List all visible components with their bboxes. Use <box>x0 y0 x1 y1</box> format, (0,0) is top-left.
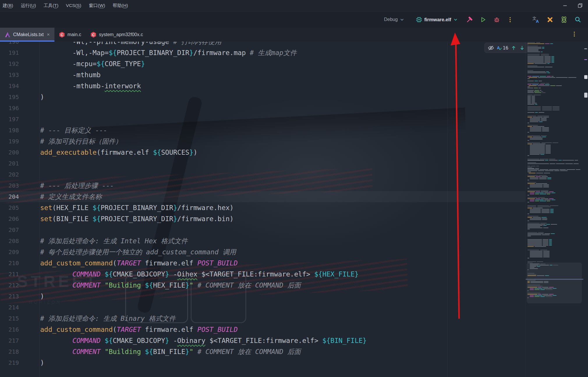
code-line[interactable]: set(HEX_FILE ${PROJECT_BINARY_DIR}/firmw… <box>40 202 525 213</box>
tab-main-c[interactable]: Cmain.c <box>54 28 86 42</box>
menu-item[interactable]: 工具(T) <box>40 0 62 11</box>
debug-button[interactable] <box>492 15 502 24</box>
code-line[interactable]: # 添加可执行目标（固件） <box>40 136 525 147</box>
code-line[interactable]: -Wl,-Map=${PROJECT_BINARY_DIR}/firmware.… <box>40 47 525 58</box>
code-line[interactable] <box>40 103 525 114</box>
arrow-down-icon <box>519 45 525 51</box>
menu-item[interactable]: 窗口(W) <box>85 0 109 11</box>
line-number[interactable]: 200 <box>0 147 39 158</box>
line-number[interactable]: 210 <box>0 258 39 269</box>
translate-button[interactable]: 文A <box>531 15 541 24</box>
code-line[interactable]: add_custom_command(TARGET firmware.elf P… <box>40 324 525 335</box>
hide-highlights-button[interactable] <box>488 45 494 51</box>
error-stripe[interactable] <box>583 42 588 377</box>
code-line[interactable]: add_executable(firmware.elf ${SOURCES}) <box>40 147 525 158</box>
tab-options-button[interactable] <box>569 31 579 38</box>
code-line[interactable]: COMMENT "Building ${BIN_FILE}" # COMMENT… <box>40 346 525 357</box>
code-line[interactable] <box>40 224 525 235</box>
code-line[interactable]: # 定义生成文件名称 <box>40 191 525 202</box>
line-number[interactable]: 194 <box>0 80 39 91</box>
line-number[interactable]: 207 <box>0 224 39 235</box>
line-number[interactable]: 193 <box>0 69 39 80</box>
minimap-line <box>527 106 541 107</box>
code-line[interactable]: # --- 后处理步骤 --- <box>40 180 525 191</box>
minimap[interactable] <box>525 42 583 377</box>
line-number[interactable]: 196 <box>0 103 39 114</box>
line-number[interactable]: 217 <box>0 335 39 346</box>
tab-close-icon[interactable]: × <box>47 32 50 38</box>
run-button[interactable] <box>478 15 488 24</box>
line-number[interactable]: 211 <box>0 269 39 280</box>
code-line[interactable]: COMMENT "Building ${HEX_FILE}" # COMMENT… <box>40 280 525 291</box>
code-line[interactable]: add_custom_command(TARGET firmware.elf P… <box>40 258 525 269</box>
line-number[interactable]: 208 <box>0 235 39 246</box>
code-line[interactable]: COMMAND ${CMAKE_OBJCOPY} -Obinary $<TARG… <box>40 335 525 346</box>
code-line[interactable]: -mthumb-interwork <box>40 80 525 91</box>
code-line[interactable]: -Wl,--print-memory-usage # 打印内存使用 <box>40 42 525 47</box>
code-line[interactable]: COMMAND ${CMAKE_OBJCOPY} -Oihex $<TARGET… <box>40 269 525 280</box>
previous-occurrence-button[interactable] <box>511 45 517 51</box>
line-number[interactable]: 214 <box>0 302 39 313</box>
run-config-selector[interactable]: Debug <box>382 16 407 23</box>
line-number[interactable]: 204 <box>0 191 39 202</box>
minimap-line <box>536 42 540 43</box>
line-number[interactable]: 205 <box>0 202 39 213</box>
menu-item[interactable]: 帮助(H) <box>109 0 132 11</box>
more-actions-button[interactable] <box>506 15 515 24</box>
code-line[interactable]: ) <box>40 91 525 103</box>
line-number[interactable]: 199 <box>0 136 39 147</box>
code-line[interactable]: ) <box>40 291 525 302</box>
target-selector[interactable]: firmware.elf <box>413 15 461 24</box>
next-occurrence-button[interactable] <box>519 45 525 51</box>
stripe-mark[interactable] <box>584 59 587 60</box>
search-everywhere-button[interactable] <box>573 15 583 24</box>
code-line[interactable]: # 添加后处理命令: 生成 Binary 格式文件 <box>40 313 525 324</box>
line-number[interactable]: 213 <box>0 291 39 302</box>
code-line[interactable]: -mcpu=${CORE_TYPE} <box>40 58 525 69</box>
line-number[interactable]: 206 <box>0 213 39 224</box>
tab-system-apm32f00x-c[interactable]: Csystem_apm32f00x.c <box>86 28 148 42</box>
stripe-mark[interactable] <box>584 93 587 98</box>
minimap-line <box>533 217 541 218</box>
line-number[interactable]: 190 <box>0 42 39 47</box>
atom-button[interactable] <box>559 15 569 25</box>
line-number[interactable]: 218 <box>0 346 39 357</box>
code-line[interactable] <box>40 169 525 180</box>
line-number[interactable]: 195 <box>0 91 39 103</box>
code-line[interactable]: -mthumb <box>40 69 525 80</box>
line-number[interactable]: 219 <box>0 357 39 368</box>
code-line[interactable] <box>40 114 525 125</box>
menu-item[interactable]: VCS(S) <box>62 0 85 11</box>
menu-item[interactable]: 建(B) <box>0 0 17 11</box>
code-line[interactable]: # 添加后处理命令: 生成 Intel Hex 格式文件 <box>40 235 525 246</box>
minimap-line <box>527 159 539 159</box>
stripe-mark[interactable] <box>584 75 587 79</box>
line-number[interactable]: 216 <box>0 324 39 335</box>
tab-cmakelists-txt[interactable]: CMakeLists.txt× <box>0 28 54 42</box>
line-number[interactable]: 209 <box>0 246 39 258</box>
menu-item[interactable]: 运行(U) <box>17 0 40 11</box>
code-line[interactable]: ) <box>40 357 525 368</box>
line-number[interactable]: 212 <box>0 280 39 291</box>
build-button[interactable] <box>465 15 474 24</box>
line-number[interactable]: 203 <box>0 180 39 191</box>
tools-button[interactable] <box>545 15 555 24</box>
line-number[interactable]: 197 <box>0 114 39 125</box>
line-number[interactable]: 192 <box>0 58 39 69</box>
stripe-mark[interactable] <box>584 48 587 49</box>
line-number[interactable]: 202 <box>0 169 39 180</box>
code-line[interactable]: # 每个后处理步骤使用一个独立的 add_custom_command 调用 <box>40 246 525 258</box>
code-token: set <box>40 215 52 223</box>
code-line[interactable] <box>40 302 525 313</box>
code-line[interactable]: # --- 目标定义 --- <box>40 125 525 136</box>
line-number[interactable]: 191 <box>0 47 39 58</box>
minimize-button[interactable] <box>560 1 570 10</box>
line-number[interactable]: 198 <box>0 125 39 136</box>
code-line[interactable] <box>40 158 525 169</box>
editor-area[interactable]: STREET HORIZON 1901911921931941951961971… <box>0 42 588 377</box>
line-number[interactable]: 201 <box>0 158 39 169</box>
restore-button[interactable] <box>575 1 585 10</box>
code-line[interactable]: set(BIN_FILE ${PROJECT_BINARY_DIR}/firmw… <box>40 213 525 224</box>
minimap-line <box>541 198 548 199</box>
line-number[interactable]: 215 <box>0 313 39 324</box>
